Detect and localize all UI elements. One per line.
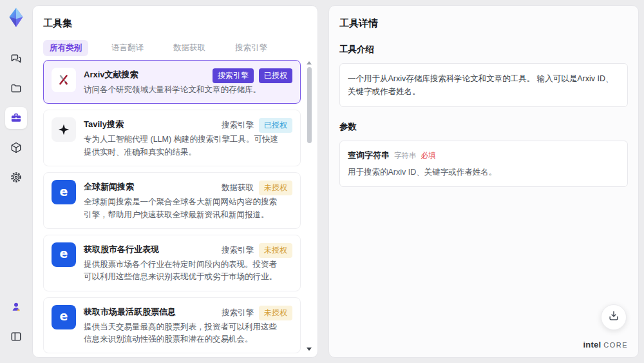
download-icon (607, 309, 620, 325)
sidebar-item-toolbox[interactable] (5, 107, 27, 129)
intro-heading: 工具介绍 (339, 44, 628, 55)
sidebar-rail (0, 0, 32, 363)
page-title: 工具集 (43, 17, 307, 30)
intel-brand-text: intel (583, 340, 601, 349)
tavily-star-icon (52, 117, 76, 142)
sidebar-item-panel-toggle[interactable] (5, 326, 27, 348)
category-label: 数据获取 (222, 182, 254, 193)
auth-status-badge: 未授权 (259, 181, 292, 195)
tool-list-panel: 工具集 所有类别 语言翻译 数据获取 搜索引擎 Arxiv文 (32, 5, 318, 358)
tool-card-tavily[interactable]: Tavily搜索 专为人工智能代理 (LLM) 构建的搜索引擎工具。可快速提供实… (43, 110, 301, 166)
chat-icon (10, 52, 23, 65)
cube-icon (10, 141, 23, 154)
category-tabs: 所有类别 语言翻译 数据获取 搜索引擎 (43, 40, 307, 56)
category-label: 搜索引擎 (222, 245, 254, 256)
category-badge: 搜索引擎 (213, 68, 254, 83)
arxiv-logo-icon (52, 68, 76, 92)
app-logo-gem-icon (5, 6, 27, 28)
folder-icon (10, 82, 23, 95)
param-required-label: 必填 (421, 151, 436, 161)
category-label: 搜索引擎 (222, 120, 254, 131)
tool-description: 提供当天交易量最高的股票列表，投资者可以利用这些信息来识别流动性强的股票和潜在的… (84, 321, 283, 346)
params-heading: 参数 (339, 121, 628, 133)
tool-description: 访问各个研究领域大量科学论文和文章的存储库。 (84, 84, 283, 96)
auth-status-badge: 未授权 (259, 306, 292, 320)
tool-list: Arxiv文献搜索 访问各个研究领域大量科学论文和文章的存储库。 搜索引擎 已授… (43, 60, 301, 357)
panel-toggle-icon (10, 330, 23, 343)
sidebar-item-user[interactable] (5, 296, 27, 318)
intro-box: 一个用于从Arxiv存储库搜索科学论文和文章的工具。 输入可以是Arxiv ID… (339, 63, 628, 107)
tool-card-global-news[interactable]: e 全球新闻搜索 全球新闻搜索是一个聚合全球各大新闻网站内容的搜索引擎，帮助用户… (43, 172, 301, 229)
detail-title: 工具详情 (339, 17, 628, 30)
toolbox-icon (10, 112, 23, 124)
tool-detail-panel: 工具详情 工具介绍 一个用于从Arxiv存储库搜索科学论文和文章的工具。 输入可… (328, 5, 639, 358)
list-scrollbar[interactable] (306, 61, 312, 351)
download-button[interactable] (601, 304, 627, 330)
sidebar-item-chat[interactable] (5, 48, 27, 70)
tool-description: 全球新闻搜索是一个聚合全球各大新闻网站内容的搜索引擎，帮助用户快速获取全球最新资… (84, 196, 283, 221)
sidebar-item-settings[interactable] (5, 166, 27, 188)
param-description: 用于搜索的Arxiv ID、关键字或作者姓名。 (348, 167, 620, 178)
tab-language-translation[interactable]: 语言翻译 (105, 40, 150, 56)
param-name: 查询字符串 (348, 150, 390, 161)
scrollbar-thumb[interactable] (307, 67, 312, 143)
tab-search-engine[interactable]: 搜索引擎 (229, 40, 274, 56)
sidebar-item-packages[interactable] (5, 137, 27, 159)
tool-description: 提供股票市场各个行业在特定时间段内的表现。投资者可以利用这些信息来识别表现优于或… (84, 259, 283, 284)
scroll-up-arrow-icon[interactable] (307, 61, 312, 64)
news-e-logo-icon: e (52, 305, 76, 329)
tab-all-categories[interactable]: 所有类别 (43, 40, 88, 56)
sidebar-item-files[interactable] (5, 77, 27, 99)
settings-icon (10, 171, 23, 184)
tool-card-active-stocks[interactable]: e 获取市场最活跃股票信息 提供当天交易量最高的股票列表，投资者可以利用这些信息… (43, 297, 301, 354)
app-window: 工具集 所有类别 语言翻译 数据获取 搜索引擎 Arxiv文 (0, 0, 644, 363)
panel-divider (318, 0, 328, 363)
news-e-logo-icon: e (52, 180, 76, 204)
tool-description: 专为人工智能代理 (LLM) 构建的搜索引擎工具。可快速提供实时、准确和真实的结… (84, 133, 283, 159)
auth-status-badge: 已授权 (259, 68, 292, 83)
auth-status-badge: 已授权 (259, 118, 292, 133)
auth-status-badge: 未授权 (259, 243, 292, 258)
intel-core-logo: intel CORE (583, 340, 628, 349)
parameter-box: 查询字符串 字符串 必填 用于搜索的Arxiv ID、关键字或作者姓名。 (339, 141, 628, 187)
tab-data-fetching[interactable]: 数据获取 (167, 40, 212, 56)
tool-card-arxiv[interactable]: Arxiv文献搜索 访问各个研究领域大量科学论文和文章的存储库。 搜索引擎 已授… (43, 60, 301, 104)
tool-card-sector-performance[interactable]: e 获取股市各行业表现 提供股票市场各个行业在特定时间段内的表现。投资者可以利用… (43, 235, 301, 291)
core-brand-text: CORE (603, 341, 628, 349)
intro-text: 一个用于从Arxiv存储库搜索科学论文和文章的工具。 输入可以是Arxiv ID… (348, 72, 620, 98)
category-label: 搜索引擎 (222, 308, 254, 319)
scroll-down-arrow-icon[interactable] (307, 348, 312, 351)
news-e-logo-icon: e (52, 242, 76, 267)
user-icon (10, 300, 23, 313)
param-type: 字符串 (394, 151, 417, 161)
